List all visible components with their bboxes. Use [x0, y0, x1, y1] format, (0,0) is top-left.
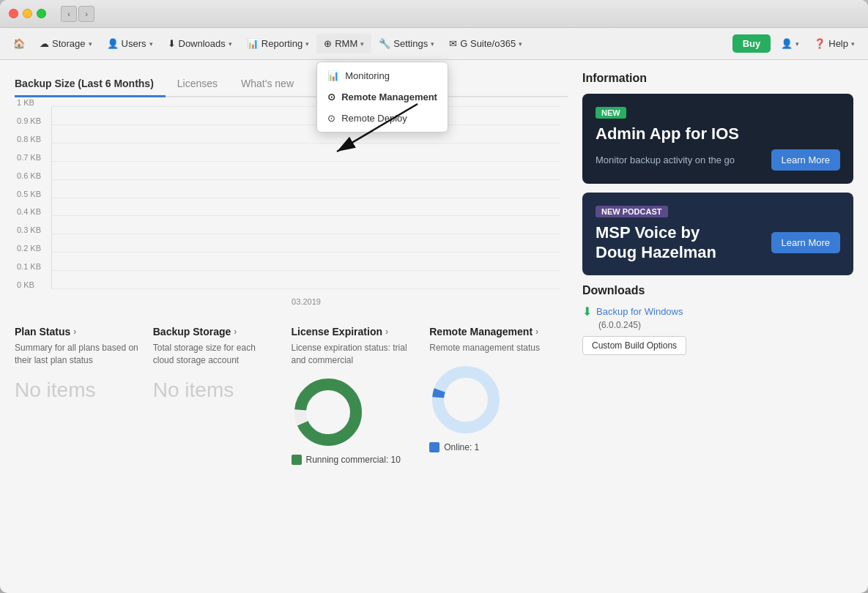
buy-button[interactable]: Buy — [732, 34, 771, 53]
license-expiration-title[interactable]: License Expiration › — [292, 326, 415, 337]
admin-app-desc: Monitor backup activity on the go — [596, 154, 764, 165]
admin-app-learn-more-button[interactable]: Learn More — [771, 149, 840, 171]
plan-status-title[interactable]: Plan Status › — [15, 326, 138, 337]
titlebar: ‹ › — [0, 0, 868, 28]
profile-icon: 👤 — [781, 38, 793, 49]
tab-licenses[interactable]: Licenses — [166, 72, 229, 97]
tab-backup-size[interactable]: Backup Size (Last 6 Months) — [15, 72, 166, 97]
remote-management-chevron-icon: › — [535, 327, 538, 337]
admin-app-card-body: Monitor backup activity on the go Learn … — [596, 149, 840, 171]
remote-mgmt-donut-container: Online: 1 — [429, 363, 553, 452]
remote-deploy-menu-item[interactable]: ⊙ Remote Deploy — [317, 108, 448, 129]
storage-caret-icon: ▾ — [89, 40, 92, 48]
y-label-03kb: 0.3 KB — [17, 225, 41, 234]
home-nav-item[interactable]: 🏠 — [6, 34, 32, 53]
tab-whats-new[interactable]: What's new — [229, 72, 305, 97]
close-button[interactable] — [9, 9, 18, 18]
y-label-04kb: 0.4 KB — [17, 207, 41, 216]
rmm-caret-icon: ▾ — [360, 40, 364, 48]
help-nav-item[interactable]: ❓ Help ▾ — [806, 34, 862, 53]
traffic-lights — [9, 9, 46, 18]
maximize-button[interactable] — [37, 9, 46, 18]
svg-point-4 — [438, 372, 494, 428]
license-donut-chart — [292, 376, 365, 449]
help-caret-icon: ▾ — [851, 40, 855, 48]
monitoring-menu-item[interactable]: 📊 Monitoring — [317, 65, 448, 86]
settings-nav-item[interactable]: 🔧 Settings ▾ — [371, 34, 442, 53]
users-icon: 👤 — [107, 38, 119, 49]
right-panel: Information NEW Admin App for IOS Monito… — [582, 72, 853, 581]
home-icon: 🏠 — [13, 38, 25, 49]
download-version: (6.0.0.245) — [598, 320, 853, 330]
svg-point-3 — [300, 384, 356, 440]
msp-voice-card: NEW PODCAST MSP Voice by Doug Hazelman L… — [582, 193, 853, 275]
nav-arrows: ‹ › — [61, 6, 94, 22]
profile-caret-icon: ▾ — [795, 40, 799, 48]
plan-status-no-items: No items — [15, 378, 138, 402]
y-label-01kb: 0.1 KB — [17, 262, 41, 271]
navbar: 🏠 ☁ Storage ▾ 👤 Users ▾ ⬇ Downloads ▾ 📊 … — [0, 28, 868, 60]
y-label-07kb: 0.7 KB — [17, 153, 41, 162]
custom-build-button[interactable]: Custom Build Options — [582, 336, 686, 355]
minimize-button[interactable] — [23, 9, 32, 18]
chart-grid: 1 KB 0.9 KB 0.8 KB 0.7 KB 0.6 KB 0.5 KB … — [51, 106, 560, 289]
remote-management-stat-title[interactable]: Remote Management › — [429, 326, 553, 337]
backup-storage-no-items: No items — [153, 378, 277, 402]
users-nav-item[interactable]: 👤 Users ▾ — [100, 34, 160, 53]
plan-status-desc: Summary for all plans based on their las… — [15, 342, 138, 367]
msp-voice-card-body: MSP Voice by Doug Hazelman Learn More — [596, 223, 840, 262]
admin-app-card: NEW Admin App for IOS Monitor backup act… — [582, 94, 853, 184]
msp-voice-learn-more-button[interactable]: Learn More — [771, 232, 840, 253]
reporting-caret-icon: ▾ — [305, 40, 309, 48]
help-icon: ❓ — [814, 38, 826, 49]
backup-storage-desc: Total storage size for each cloud storag… — [153, 342, 277, 367]
plan-status-block: Plan Status › Summary for all plans base… — [15, 326, 153, 465]
y-label-09kb: 0.9 KB — [17, 116, 41, 125]
information-title: Information — [582, 72, 853, 85]
reporting-nav-item[interactable]: 📊 Reporting ▾ — [240, 34, 316, 53]
license-legend: Running commercial: 10 — [292, 455, 401, 465]
remote-management-icon: ⊙ — [327, 92, 335, 102]
msp-voice-title: MSP Voice by Doug Hazelman — [596, 223, 716, 262]
download-arrow-icon: ⬇ — [582, 305, 592, 318]
remote-mgmt-donut-chart — [429, 363, 502, 436]
rmm-dropdown-menu: 📊 Monitoring ⊙ Remote Management ⊙ Remot… — [316, 61, 448, 133]
back-button[interactable]: ‹ — [61, 6, 77, 22]
y-label-06kb: 0.6 KB — [17, 171, 41, 180]
reporting-icon: 📊 — [247, 38, 259, 49]
remote-management-block: Remote Management › Remote management st… — [429, 326, 568, 465]
backup-storage-chevron-icon: › — [234, 327, 237, 337]
downloads-section-title: Downloads — [582, 284, 853, 297]
settings-icon: 🔧 — [379, 38, 390, 49]
x-label-date: 03.2019 — [292, 297, 321, 306]
rmm-dropdown-container: ⊕ RMM ▾ 📊 Monitoring ⊙ Remote Management… — [316, 34, 371, 53]
remote-mgmt-legend-dot — [429, 442, 439, 452]
app-window: ‹ › 🏠 ☁ Storage ▾ 👤 Users ▾ ⬇ Downloads … — [0, 0, 868, 593]
gsuite-icon: ✉ — [449, 38, 457, 49]
gsuite-caret-icon: ▾ — [519, 40, 522, 48]
storage-nav-item[interactable]: ☁ Storage ▾ — [32, 34, 100, 53]
backup-windows-download-link[interactable]: Backup for Windows — [596, 306, 683, 317]
chart-area: 1 KB 0.9 KB 0.8 KB 0.7 KB 0.6 KB 0.5 KB … — [15, 106, 568, 311]
rmm-nav-item[interactable]: ⊕ RMM ▾ — [316, 34, 371, 53]
stats-row: Plan Status › Summary for all plans base… — [15, 326, 568, 465]
forward-button[interactable]: › — [78, 6, 94, 22]
new-podcast-badge: NEW PODCAST — [596, 206, 668, 217]
y-label-05kb: 0.5 KB — [17, 190, 41, 198]
license-legend-dot — [292, 455, 302, 465]
downloads-nav-item[interactable]: ⬇ Downloads ▾ — [160, 34, 240, 53]
license-expiration-chevron-icon: › — [385, 327, 388, 337]
y-label-08kb: 0.8 KB — [17, 135, 41, 143]
license-donut-container: Running commercial: 10 — [292, 376, 415, 465]
gsuite-nav-item[interactable]: ✉ G Suite/o365 ▾ — [442, 34, 530, 53]
tabs-container: Backup Size (Last 6 Months) Licenses Wha… — [15, 72, 568, 97]
license-expiration-block: License Expiration › License expiration … — [292, 326, 430, 465]
profile-nav-item[interactable]: 👤 ▾ — [774, 34, 806, 53]
backup-storage-title[interactable]: Backup Storage › — [153, 326, 277, 337]
y-label-0kb: 0 KB — [17, 280, 34, 289]
users-caret-icon: ▾ — [149, 40, 153, 48]
remote-mgmt-legend: Online: 1 — [429, 442, 479, 452]
backup-storage-block: Backup Storage › Total storage size for … — [153, 326, 292, 465]
storage-icon: ☁ — [40, 38, 49, 49]
remote-management-menu-item[interactable]: ⊙ Remote Management — [317, 86, 448, 108]
